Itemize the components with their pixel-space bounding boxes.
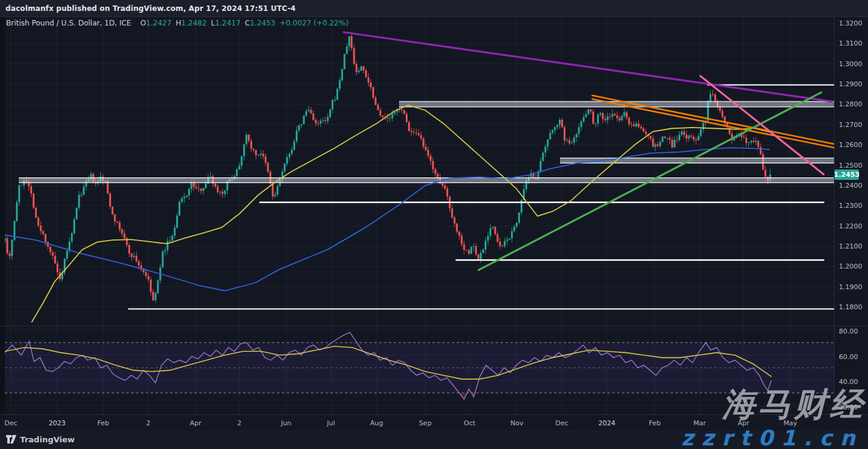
ohlc-value: 1.2427 [146, 19, 171, 27]
price-tick: 1.2700 [839, 121, 863, 129]
price-tick: 1.2200 [839, 222, 863, 230]
tradingview-logo[interactable]: TradingView [6, 435, 75, 444]
chart-canvas[interactable] [0, 0, 868, 449]
ohlc-value: 1.2482 [181, 19, 207, 27]
publish-text: dacolmanfx published on TradingView.com,… [5, 4, 296, 13]
time-label-month: Dec [4, 419, 17, 427]
ohlc-value: 1.2417 [215, 19, 241, 27]
price-tick: 1.1900 [839, 283, 863, 291]
time-label-year: 2023 [49, 419, 66, 427]
left-margin [0, 16, 5, 414]
price-tick: 1.2100 [839, 242, 863, 250]
time-label-month: Nov [510, 419, 523, 427]
ohlc-label: O [140, 19, 146, 27]
ohlc-values: O1.2427H1.2482L1.2417C1.2453 [136, 19, 276, 27]
time-label-month: Feb [649, 419, 660, 427]
price-tick: 1.3000 [839, 60, 863, 68]
sr-zones [19, 85, 834, 309]
time-label-month: Dec [555, 419, 568, 427]
time-label-month: Feb [97, 419, 109, 427]
pane-separator[interactable] [0, 326, 868, 326]
rsi-tick: 60.00 [839, 353, 858, 361]
time-label-month: Jul [327, 419, 335, 427]
time-label-year: 2024 [598, 419, 615, 427]
symbol-legend[interactable]: British Pound / U.S. Dollar, 1D, ICEO1.2… [6, 19, 349, 27]
price-tick: 1.2300 [839, 202, 863, 210]
price-tick: 1.1800 [839, 303, 863, 311]
price-tick: 1.2800 [839, 100, 863, 108]
time-label-month: Aug [370, 419, 383, 427]
symbol-title[interactable]: British Pound / U.S. Dollar, 1D, ICE [6, 19, 131, 27]
ohlc-value: 1.2453 [250, 19, 275, 27]
price-tick: 1.3200 [839, 19, 863, 27]
price-tick: 1.2600 [839, 141, 863, 149]
price-tick: 1.2500 [839, 162, 863, 170]
change-value: +0.0027 (+0.22%) [279, 19, 348, 27]
price-tick: 1.2000 [839, 262, 863, 270]
price-tick: 1.2400 [839, 182, 863, 190]
ma-yellow [32, 105, 770, 322]
trendline-descending-purple [344, 32, 832, 101]
last-price-badge: 1.2453 [835, 170, 859, 180]
time-label-month: Oct [463, 419, 475, 427]
watermark-cn: 海马财经 [722, 383, 866, 427]
tradingview-mark-icon [6, 435, 16, 444]
time-label-month: Sep [419, 419, 432, 427]
price-tick: 1.3100 [839, 39, 863, 47]
rsi-pane [5, 332, 834, 399]
rsi-tick: 80.00 [839, 327, 858, 335]
last-price-value: 1.2453 [834, 171, 859, 179]
tradingview-logo-text: TradingView [20, 435, 75, 444]
tradingview-published-chart: dacolmanfx published on TradingView.com,… [0, 0, 868, 449]
watermark-site: zzrt01.cn [682, 426, 863, 449]
time-label-month: Jun [281, 419, 291, 427]
price-tick: 1.2900 [839, 80, 863, 88]
publish-bar: dacolmanfx published on TradingView.com,… [0, 0, 868, 17]
time-label-month: 2 [238, 419, 242, 427]
ohlc-label: H [176, 19, 181, 27]
time-label-month: Apr [190, 419, 201, 427]
time-label-month: 2 [146, 419, 151, 427]
